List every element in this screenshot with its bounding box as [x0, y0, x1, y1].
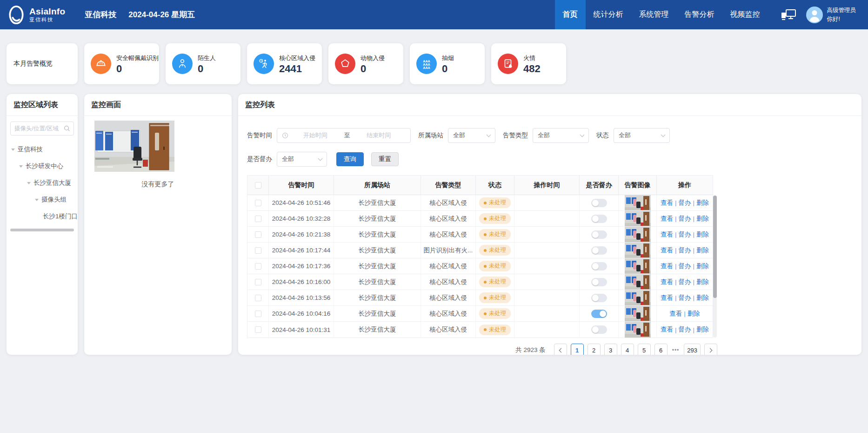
tree-node[interactable]: 摄像头组	[7, 191, 78, 208]
stat-value: 2441	[279, 64, 315, 74]
alarm-image-thumbnail[interactable]	[625, 243, 651, 258]
station-select[interactable]: 全部	[448, 128, 495, 143]
delete-link[interactable]: 删除	[696, 230, 709, 239]
alarm-image-thumbnail[interactable]	[625, 258, 651, 274]
delete-link[interactable]: 删除	[696, 325, 709, 334]
main-content: 监控区域列表 亚信科技长沙研发中心长沙亚信大厦摄像头组长沙1楼门口 监控画面	[7, 94, 861, 355]
status-select[interactable]: 全部	[614, 128, 670, 143]
alarm-image-thumbnail[interactable]	[625, 195, 651, 210]
stat-value: 0	[361, 64, 385, 74]
view-link[interactable]: 查看	[661, 294, 673, 302]
caret-down-icon[interactable]	[35, 199, 39, 203]
row-checkbox-cell	[247, 195, 269, 210]
row-checkbox[interactable]	[255, 231, 261, 238]
tree-node[interactable]: 亚信科技	[7, 141, 78, 158]
row-checkbox[interactable]	[255, 326, 261, 333]
delete-link[interactable]: 删除	[696, 199, 709, 207]
supervise-link[interactable]: 督办	[679, 199, 691, 207]
supervise-select[interactable]: 全部	[277, 152, 327, 167]
page-button-6[interactable]: 6	[654, 344, 668, 355]
supervise-toggle[interactable]	[591, 294, 607, 302]
delete-link[interactable]: 删除	[696, 278, 709, 286]
supervise-toggle[interactable]	[591, 325, 607, 334]
supervise-link[interactable]: 督办	[679, 215, 691, 223]
caret-down-icon[interactable]	[11, 149, 15, 153]
page-button-5[interactable]: 5	[638, 344, 651, 355]
row-checkbox[interactable]	[255, 247, 261, 254]
nav-item-system-management[interactable]: 系统管理	[631, 0, 677, 29]
supervise-toggle[interactable]	[591, 278, 607, 286]
delete-link[interactable]: 删除	[696, 246, 709, 255]
horizontal-scrollbar[interactable]	[10, 229, 74, 231]
vertical-scrollbar[interactable]	[713, 196, 717, 338]
view-link[interactable]: 查看	[661, 215, 673, 223]
view-link[interactable]: 查看	[669, 310, 682, 318]
page-button-2[interactable]: 2	[588, 344, 601, 355]
alarm-time-range-picker[interactable]: 开始时间 至 结束时间	[277, 128, 411, 143]
delete-link[interactable]: 删除	[696, 262, 709, 271]
supervise-link[interactable]: 督办	[679, 230, 691, 239]
page-button-4[interactable]: 4	[621, 344, 634, 355]
nav-item-home[interactable]: 首页	[555, 0, 586, 29]
screens-icon[interactable]	[780, 8, 797, 21]
supervise-link[interactable]: 督办	[679, 262, 691, 271]
supervise-link[interactable]: 督办	[679, 325, 691, 334]
row-checkbox[interactable]	[255, 311, 261, 317]
alarm-image-thumbnail[interactable]	[625, 227, 651, 242]
prev-page-button[interactable]	[554, 344, 567, 355]
delete-link[interactable]: 删除	[696, 294, 709, 302]
stat-label: 安全帽佩戴识别	[116, 54, 159, 62]
user-avatar[interactable]	[806, 7, 823, 23]
view-link[interactable]: 查看	[661, 325, 673, 334]
alarm-image-thumbnail[interactable]	[625, 274, 651, 290]
alarm-image-thumbnail[interactable]	[625, 306, 651, 321]
search-button[interactable]: 查询	[336, 152, 364, 166]
page-button-3[interactable]: 3	[604, 344, 617, 355]
tree-node[interactable]: 长沙研发中心	[7, 158, 78, 175]
view-link[interactable]: 查看	[661, 230, 673, 239]
caret-down-icon[interactable]	[19, 165, 23, 169]
alarm-image-thumbnail[interactable]	[625, 322, 651, 338]
supervise-toggle[interactable]	[591, 230, 607, 239]
camera-search-input[interactable]	[14, 125, 64, 132]
table-row: 2024-04-26 10:21:38长沙亚信大厦核心区域入侵未处理查看|督办|…	[247, 227, 713, 243]
page-button-1[interactable]: 1	[571, 344, 584, 355]
supervise-link[interactable]: 督办	[679, 294, 691, 302]
row-checkbox[interactable]	[255, 216, 261, 222]
tree-node[interactable]: 长沙亚信大厦	[7, 175, 78, 191]
supervise-toggle[interactable]	[591, 262, 607, 271]
supervise-link[interactable]: 督办	[679, 278, 691, 286]
supervise-toggle[interactable]	[591, 199, 607, 207]
alarm-image-thumbnail[interactable]	[625, 211, 651, 226]
nav-item-alarm-analysis[interactable]: 告警分析	[677, 0, 722, 29]
reset-button[interactable]: 重置	[371, 152, 399, 166]
row-checkbox[interactable]	[255, 200, 261, 206]
supervise-link[interactable]: 督办	[679, 246, 691, 255]
nav-item-stats-analysis[interactable]: 统计分析	[586, 0, 631, 29]
status-text: 未处理	[489, 278, 507, 286]
supervise-toggle[interactable]	[591, 215, 607, 223]
supervise-toggle[interactable]	[591, 246, 607, 255]
view-link[interactable]: 查看	[661, 246, 673, 255]
next-page-button[interactable]	[704, 344, 717, 355]
search-icon[interactable]	[64, 125, 70, 132]
scrollbar-thumb[interactable]	[713, 196, 717, 298]
tree-node[interactable]: 长沙1楼门口	[7, 208, 78, 225]
view-link[interactable]: 查看	[661, 278, 673, 286]
row-checkbox[interactable]	[255, 279, 261, 285]
alarm-image-thumbnail[interactable]	[625, 290, 651, 305]
caret-down-icon[interactable]	[27, 182, 31, 186]
delete-link[interactable]: 删除	[696, 215, 709, 223]
nav-item-video-monitor[interactable]: 视频监控	[722, 0, 768, 29]
select-all-checkbox[interactable]	[255, 182, 261, 189]
delete-link[interactable]: 删除	[688, 310, 700, 318]
alarm-type-select[interactable]: 全部	[533, 128, 589, 143]
view-link[interactable]: 查看	[661, 199, 673, 207]
actions-cell: 查看|督办|删除	[657, 322, 713, 338]
camera-snapshot-image[interactable]	[94, 121, 174, 172]
view-link[interactable]: 查看	[661, 262, 673, 271]
row-checkbox[interactable]	[255, 263, 261, 270]
row-checkbox[interactable]	[255, 295, 261, 301]
supervise-toggle[interactable]	[591, 310, 607, 318]
page-button-293[interactable]: 293	[684, 344, 701, 355]
